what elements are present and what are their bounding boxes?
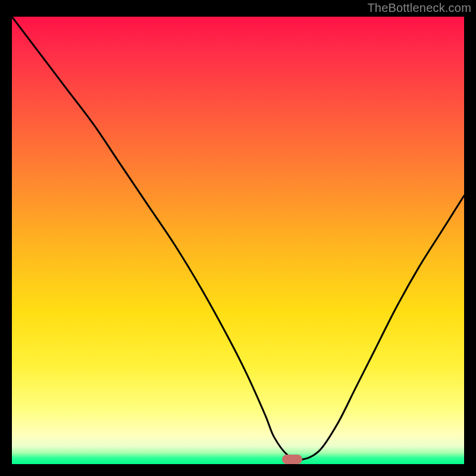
plot-area	[12, 17, 464, 464]
optimum-marker	[282, 455, 302, 464]
chart-frame: TheBottleneck.com	[0, 0, 476, 476]
attribution-text: TheBottleneck.com	[367, 1, 471, 15]
bottleneck-curve	[12, 17, 464, 464]
